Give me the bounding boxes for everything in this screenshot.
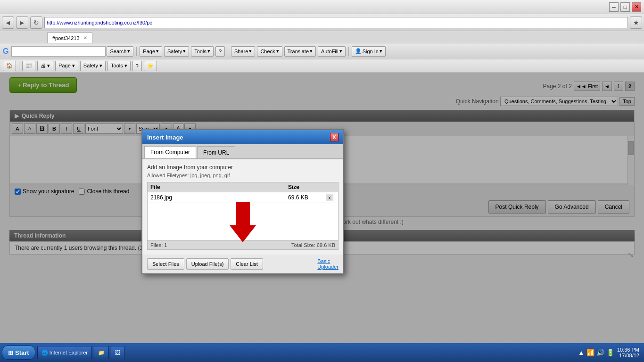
file-status-bar: Files: 1 Total Size: 69.6 KB <box>147 241 339 250</box>
signin-button[interactable]: 👤 Sign In ▾ <box>352 46 386 57</box>
separator-2 <box>228 47 228 56</box>
col-size-label: Size <box>288 184 326 190</box>
main-toolbar: G Search ▾ Page ▾ Safety ▾ Tools ▾ ? Sha… <box>0 43 644 59</box>
tray-volume-icon[interactable]: 🔊 <box>596 349 604 356</box>
autofill-button[interactable]: AutoFill ▾ <box>318 46 346 57</box>
tab-close-icon[interactable]: ✕ <box>83 35 87 41</box>
red-arrow-indicator <box>230 202 256 242</box>
rss-button[interactable]: 📰 <box>22 61 35 71</box>
taskbar-right: ▲ 📶 🔊 🔋 10:36 PM 17/08/12 <box>578 347 642 358</box>
clock-time: 10:36 PM <box>617 347 639 353</box>
browser-titlebar: ─ □ ✕ <box>0 0 644 14</box>
back-button[interactable]: ◄ <box>2 16 14 29</box>
tray-network-icon[interactable]: 📶 <box>586 349 594 356</box>
clock-date: 17/08/12 <box>617 353 639 358</box>
check-button[interactable]: Check ▾ <box>257 46 282 57</box>
col-remove-header <box>326 184 335 190</box>
forward-button[interactable]: ► <box>16 16 28 29</box>
google-search-area: G Search ▾ <box>3 46 133 57</box>
close-button[interactable]: ✕ <box>632 2 641 12</box>
basic-uploader-link[interactable]: BasicUploader <box>317 258 339 270</box>
clear-list-button[interactable]: Clear List <box>231 258 263 270</box>
google-logo: G <box>3 47 8 56</box>
tools2-button[interactable]: Tools ▾ <box>107 61 131 71</box>
tray-icons: ▲ 📶 🔊 🔋 <box>578 349 614 356</box>
help-button[interactable]: ? <box>215 46 225 57</box>
google-search-input[interactable] <box>11 46 106 57</box>
total-size: Total Size: 69.6 KB <box>291 242 335 248</box>
separator-1 <box>136 47 137 56</box>
modal-allowed-types: Allowed Filetypes: jpg, jpeg, png, gif <box>147 173 339 178</box>
modal-footer-left: Select Files Upload File(s) Clear List <box>147 258 263 270</box>
maximize-button[interactable]: □ <box>620 2 630 12</box>
tab-from-url[interactable]: From URL <box>197 146 235 158</box>
question-button[interactable]: ? <box>132 61 142 71</box>
start-button[interactable]: ⊞ Start <box>2 346 35 360</box>
tab-from-computer[interactable]: From Computer <box>144 146 196 158</box>
file-table-header: File Size <box>147 182 339 192</box>
insert-image-modal: Insert Image X From Computer From URL Ad… <box>141 129 344 274</box>
file-drop-area[interactable] <box>147 203 339 241</box>
browser-tab[interactable]: #post34213 ✕ <box>47 33 92 43</box>
tray-arrow-icon[interactable]: ▲ <box>578 349 585 356</box>
ie-taskbar-item[interactable]: 🌐 Internet Explorer <box>37 346 92 359</box>
modal-footer: Select Files Upload File(s) Clear List B… <box>142 255 343 273</box>
refresh-button[interactable]: ↻ <box>30 16 42 29</box>
minimize-button[interactable]: ─ <box>609 2 619 12</box>
col-file-label: File <box>150 184 288 190</box>
folder-icon: 📁 <box>98 350 105 356</box>
tray-power-icon[interactable]: 🔋 <box>606 349 614 356</box>
titlebar-buttons: ─ □ ✕ <box>609 2 641 12</box>
ie-icon: 🌐 <box>41 350 48 356</box>
address-bar: ◄ ► ↻ http://www.nzhuntingandshooting.co… <box>0 14 644 31</box>
modal-title: Insert Image <box>147 134 183 141</box>
remove-file-button[interactable]: x <box>326 194 333 201</box>
star-button[interactable]: ⭐ <box>144 61 157 71</box>
taskbar: ⊞ Start 🌐 Internet Explorer 📁 🖼 ▲ 📶 🔊 🔋 … <box>0 343 644 362</box>
favorites-button[interactable]: ★ <box>630 16 642 29</box>
folder-taskbar-item[interactable]: 📁 <box>94 346 109 359</box>
img-taskbar-item[interactable]: 🖼 <box>111 346 124 359</box>
tools-button[interactable]: Tools ▾ <box>191 46 214 57</box>
page2-button[interactable]: Page ▾ <box>55 61 78 71</box>
files-count: Files: 1 <box>150 242 167 248</box>
select-files-button[interactable]: Select Files <box>147 258 184 270</box>
modal-close-button[interactable]: X <box>330 133 339 141</box>
image-icon: 🖼 <box>115 350 120 355</box>
filename-cell: 2186.jpg <box>150 194 288 201</box>
filesize-cell: 69.6 KB <box>288 194 326 201</box>
safety2-button[interactable]: Safety ▾ <box>80 61 106 71</box>
windows-icon: ⊞ <box>8 349 13 356</box>
search-button[interactable]: Search ▾ <box>107 46 133 57</box>
taskbar-clock: 10:36 PM 17/08/12 <box>617 347 639 358</box>
safety-button[interactable]: Safety ▾ <box>164 46 189 57</box>
tab-label: #post34213 <box>52 35 80 41</box>
page-content: + Reply to Thread Page 2 of 2 ◄◄ First ◄… <box>0 73 644 343</box>
home-icon[interactable]: 🏠 <box>3 61 16 71</box>
modal-description: Add an Image from your computer <box>147 164 339 171</box>
upload-files-button[interactable]: Upload File(s) <box>186 258 229 270</box>
modal-footer-right: BasicUploader <box>317 258 339 270</box>
print-button[interactable]: 🖨 ▾ <box>37 61 53 71</box>
share-button[interactable]: Share ▾ <box>231 46 255 57</box>
modal-titlebar: Insert Image X <box>142 130 343 144</box>
secondary-toolbar: 🏠 📰 🖨 ▾ Page ▾ Safety ▾ Tools ▾ ? ⭐ <box>0 59 644 73</box>
remove-file-cell: x <box>326 194 335 201</box>
tab-bar: #post34213 ✕ <box>0 31 644 43</box>
page-button[interactable]: Page ▾ <box>140 46 162 57</box>
modal-body: Add an Image from your computer Allowed … <box>142 159 343 255</box>
arrow-head <box>230 225 256 242</box>
address-input[interactable]: http://www.nzhuntingandshooting.co.nz/f3… <box>44 17 628 28</box>
arrow-body <box>236 202 250 225</box>
separator-3 <box>348 47 349 56</box>
modal-tabs: From Computer From URL <box>142 144 343 159</box>
sep-4 <box>19 61 19 71</box>
translate-button[interactable]: Translate ▾ <box>284 46 316 57</box>
